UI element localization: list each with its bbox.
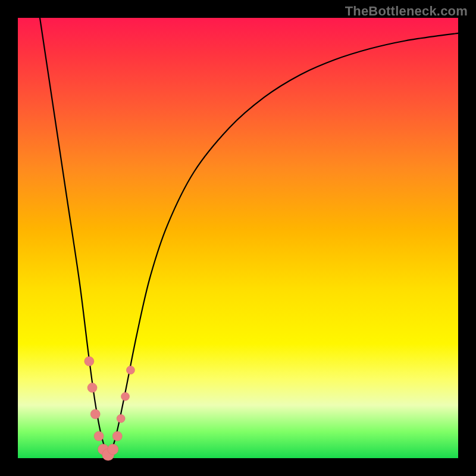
plot-area xyxy=(18,18,458,458)
chart-frame: TheBottleneck.com xyxy=(0,0,476,476)
curve-marker xyxy=(112,431,122,441)
curve-marker xyxy=(90,409,100,419)
marker-layer xyxy=(84,356,135,461)
curve-marker xyxy=(84,356,94,366)
curve-marker xyxy=(108,444,118,455)
curve-marker xyxy=(121,392,130,400)
curve-marker xyxy=(87,383,97,393)
watermark-label: TheBottleneck.com xyxy=(345,4,468,19)
chart-svg xyxy=(18,18,458,458)
bottleneck-curve xyxy=(40,18,458,454)
curve-marker xyxy=(117,414,125,422)
curve-marker xyxy=(126,366,134,374)
curve-marker xyxy=(94,431,104,441)
